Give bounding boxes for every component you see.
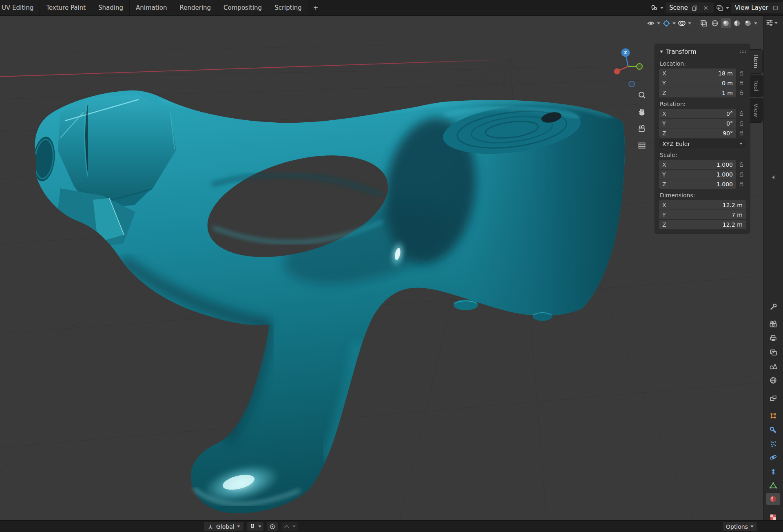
properties-tab-data[interactable] [766, 479, 780, 492]
proportional-falloff-dropdown[interactable] [281, 522, 298, 531]
shading-rendered-button[interactable] [743, 18, 753, 28]
rotation-mode-dropdown[interactable]: XYZ Euler [659, 139, 746, 148]
gizmo-minus-z-axis[interactable] [629, 81, 635, 87]
transform-orientation-dropdown[interactable]: Global [204, 522, 243, 531]
scene-type-icon [650, 4, 658, 12]
falloff-caret-icon[interactable] [292, 525, 296, 528]
gizmos-caret-icon[interactable] [672, 22, 676, 24]
camera-icon[interactable] [636, 123, 648, 135]
scale-z-field[interactable]: Z 1.000 [659, 179, 736, 189]
viewport-canvas[interactable] [0, 15, 763, 520]
scale-group: X 1.000 Y 1.000 [659, 160, 746, 189]
dimensions-z-field[interactable]: Z 12.2 m [659, 220, 746, 229]
properties-tab-physics[interactable] [766, 451, 780, 464]
properties-tab-output[interactable] [766, 332, 780, 344]
new-scene-icon[interactable] [691, 4, 699, 12]
unlink-scene-icon[interactable] [702, 4, 710, 12]
sidebar-tab-view[interactable]: View [750, 98, 763, 123]
sidebar-tab-item[interactable]: Item [750, 49, 763, 74]
collapse-panel-icon[interactable] [660, 51, 663, 53]
mesh-object[interactable] [31, 91, 630, 513]
location-group: X 18 m Y 0 m [659, 68, 746, 97]
options-caret-icon [750, 525, 754, 528]
dimensions-y-field[interactable]: Y 7 m [659, 210, 746, 219]
properties-tab-object[interactable] [766, 410, 780, 422]
location-z-field[interactable]: Z 1 m [659, 88, 736, 97]
panel-grip-icon[interactable] [740, 48, 746, 55]
rotation-x-field[interactable]: X 0° [659, 109, 736, 118]
scene-browse-caret-icon[interactable] [660, 7, 664, 9]
scale-label: Scale: [660, 152, 746, 158]
overlays-caret-icon[interactable] [688, 22, 691, 24]
tab-compositing[interactable]: Compositing [217, 0, 268, 15]
add-workspace-button[interactable]: + [308, 0, 323, 15]
shading-solid-button[interactable] [721, 18, 731, 28]
rotation-mode-caret-icon [739, 143, 743, 145]
properties-tab-material[interactable] [766, 493, 780, 505]
properties-tab-particles[interactable] [766, 438, 780, 450]
gizmos-toggle-icon[interactable] [661, 18, 671, 28]
tab-shading[interactable]: Shading [92, 0, 130, 15]
snap-caret-icon[interactable] [258, 525, 261, 528]
properties-tab-modifiers[interactable] [766, 424, 780, 436]
navigation-gizmo[interactable]: Z [610, 47, 648, 90]
lock-scale-y-button[interactable] [737, 170, 746, 179]
properties-editor-header[interactable] [765, 19, 778, 27]
lock-location-z-button[interactable] [737, 88, 746, 97]
region-collapse-icon[interactable] [772, 175, 774, 179]
tab-scripting[interactable]: Scripting [268, 0, 308, 15]
properties-tab-constraints[interactable] [766, 466, 780, 478]
tab-texture-paint[interactable]: Texture Paint [40, 0, 92, 15]
properties-tab-collection[interactable] [766, 392, 780, 404]
lock-rotation-y-button[interactable] [737, 119, 746, 128]
header-separator [695, 20, 695, 27]
lock-rotation-z-button[interactable] [737, 128, 746, 138]
view-layer-selector[interactable]: View Layer [731, 2, 783, 13]
zoom-icon[interactable] [636, 90, 648, 101]
pan-hand-icon[interactable] [636, 106, 648, 118]
lock-scale-x-button[interactable] [737, 160, 746, 169]
tab-rendering[interactable]: Rendering [173, 0, 217, 15]
viewport-3d[interactable]: Z Transform [0, 15, 763, 520]
location-y-field[interactable]: Y 0 m [659, 78, 736, 88]
properties-tab-world[interactable] [766, 374, 780, 386]
scale-y-field[interactable]: Y 1.000 [659, 170, 736, 179]
xray-toggle-icon[interactable] [699, 18, 709, 28]
tab-animation[interactable]: Animation [130, 0, 173, 15]
lock-scale-z-button[interactable] [737, 179, 746, 189]
rotation-z-field[interactable]: Z 90° [659, 128, 736, 138]
properties-tab-view-layer[interactable] [766, 346, 780, 358]
options-dropdown[interactable]: Options [723, 522, 757, 531]
shading-caret-icon[interactable] [754, 22, 757, 24]
rotation-y-field[interactable]: Y 0° [659, 119, 736, 128]
remove-view-layer-icon[interactable] [771, 4, 779, 12]
visibility-caret-icon[interactable] [657, 22, 660, 24]
properties-tab-scene[interactable] [766, 360, 780, 372]
dimensions-x-field[interactable]: X 12.2 m [659, 200, 746, 210]
overlays-toggle-icon[interactable] [677, 18, 687, 28]
shading-wireframe-button[interactable] [710, 18, 720, 28]
shading-material-button[interactable] [732, 18, 742, 28]
view-layer-browse-caret-icon[interactable] [726, 7, 729, 9]
properties-editor-icon [765, 19, 774, 27]
lock-rotation-x-button[interactable] [737, 109, 746, 118]
tab-uv-editing[interactable]: UV Editing [0, 0, 40, 15]
sidebar-tab-tool[interactable]: Tool [750, 75, 763, 97]
viewport-header-icons [646, 18, 757, 28]
gizmo-y-axis[interactable] [637, 64, 642, 69]
snap-toggle[interactable] [247, 522, 263, 531]
scene-selector[interactable]: Scene [666, 2, 714, 13]
ortho-grid-icon[interactable] [636, 140, 648, 151]
proportional-edit-toggle[interactable] [267, 522, 278, 531]
lock-location-y-button[interactable] [737, 78, 746, 88]
visibility-eye-icon[interactable] [646, 18, 656, 28]
properties-tab-render[interactable] [766, 318, 780, 330]
editor-type-caret-icon[interactable] [774, 22, 778, 24]
transform-panel: Transform Location: X 18 m [655, 44, 750, 233]
transform-panel-header[interactable]: Transform [659, 46, 746, 57]
location-x-field[interactable]: X 18 m [659, 68, 736, 78]
properties-tab-tool[interactable] [766, 301, 780, 313]
lock-location-x-button[interactable] [737, 68, 746, 78]
scale-x-field[interactable]: X 1.000 [659, 160, 736, 169]
gizmo-x-axis[interactable] [614, 68, 620, 75]
